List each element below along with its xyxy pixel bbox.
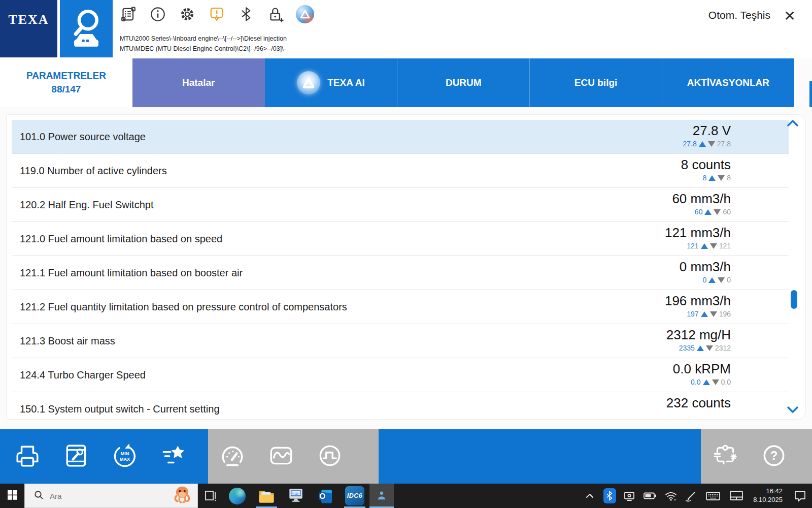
stat-max-value: 0 bbox=[702, 276, 706, 284]
tray-keyboard-icon[interactable] bbox=[701, 484, 725, 508]
svg-text:MIN: MIN bbox=[121, 451, 129, 456]
taskbar-file-explorer-icon[interactable] bbox=[252, 484, 281, 508]
parameter-rows: 101.0 Power source voltage 27.8 V 27.8 2… bbox=[12, 120, 789, 420]
tray-cast-display-icon[interactable] bbox=[619, 484, 639, 508]
gauge-icon bbox=[219, 442, 246, 471]
vehicle-search-button[interactable] bbox=[60, 0, 113, 57]
tray-bluetooth-icon[interactable] bbox=[600, 484, 619, 508]
search-highlight-octopus-image[interactable] bbox=[171, 484, 193, 507]
parameter-row[interactable]: 121.0 Fuel amount limitation based on sp… bbox=[12, 222, 789, 256]
texa-logo: TEXA bbox=[0, 0, 57, 57]
search-input[interactable] bbox=[50, 492, 146, 500]
start-button[interactable] bbox=[0, 484, 24, 508]
parameter-row[interactable]: 101.0 Power source voltage 27.8 V 27.8 2… bbox=[12, 120, 789, 154]
tab-hatalar[interactable]: Hatalar bbox=[132, 58, 265, 107]
parameter-row[interactable]: 121.3 Boost air mass 2312 mg/H 2335 2312 bbox=[12, 324, 789, 358]
parameter-row[interactable]: 150.1 System output switch - Current set… bbox=[12, 392, 789, 420]
tray-wifi-icon[interactable] bbox=[661, 484, 681, 508]
parameter-minmax: 60 60 bbox=[672, 208, 731, 216]
min-max-reset-button[interactable]: MIN MAX bbox=[100, 429, 149, 484]
taskbar-idc6-icon[interactable]: IDC6 bbox=[340, 484, 369, 508]
gauge-view-button[interactable] bbox=[208, 429, 257, 484]
taskbar-onscreen-keyboard-icon[interactable] bbox=[281, 484, 311, 508]
stat-max-value: 27.8 bbox=[683, 140, 697, 148]
parameter-value: 8 counts bbox=[681, 157, 731, 173]
warning-message-icon[interactable] bbox=[207, 4, 226, 24]
settings-gear-icon[interactable] bbox=[178, 4, 197, 24]
tab-parametreler[interactable]: PARAMETRELER 88/147 bbox=[0, 58, 132, 107]
stat-min-value: 27.8 bbox=[717, 140, 731, 148]
lock-add-icon[interactable] bbox=[266, 4, 285, 24]
tab-texa-ai-label: TEXA AI bbox=[327, 77, 365, 88]
report-icon[interactable] bbox=[119, 4, 138, 24]
down-arrow-icon bbox=[718, 175, 725, 181]
taskbar-search-box[interactable] bbox=[24, 484, 198, 508]
header-icon-row bbox=[119, 4, 315, 24]
parameter-list: 101.0 Power source voltage 27.8 V 27.8 2… bbox=[6, 114, 806, 420]
stat-max-value: 121 bbox=[687, 242, 698, 250]
tab-bar: PARAMETRELER 88/147 Hatalar TEXA AI DURU… bbox=[0, 58, 812, 107]
stat-min-value: 121 bbox=[719, 242, 731, 250]
taskbar-texa-active-app[interactable] bbox=[369, 484, 394, 508]
bottom-toolbar: MIN MAX bbox=[0, 429, 812, 484]
star-lines-icon bbox=[160, 442, 187, 471]
wiring-diagram-icon bbox=[712, 442, 739, 471]
edge-browser-icon bbox=[229, 488, 246, 504]
square-wave-button[interactable] bbox=[306, 429, 354, 484]
tray-action-center-icon[interactable] bbox=[788, 484, 812, 508]
app-header: TEXA bbox=[0, 0, 812, 58]
parameter-row[interactable]: 124.4 Turbo Charger Speed 0.0 kRPM 0.0 0… bbox=[12, 358, 789, 392]
stat-min-value: 0 bbox=[727, 276, 731, 284]
tab-texa-ai[interactable]: TEXA AI bbox=[265, 58, 397, 107]
parameter-row[interactable]: 120.2 Half Eng. Fuel Switchpt 60 mm3/h 6… bbox=[12, 188, 789, 222]
texa-ai-badge-icon[interactable] bbox=[295, 4, 315, 24]
scroll-up-icon[interactable] bbox=[786, 119, 799, 130]
window-title: Otom. Teşhis bbox=[708, 9, 770, 21]
tray-show-hidden-icons[interactable] bbox=[580, 484, 600, 508]
tray-battery-icon[interactable] bbox=[639, 484, 661, 508]
up-arrow-icon bbox=[699, 141, 706, 147]
tray-pen-icon[interactable] bbox=[681, 484, 701, 508]
close-icon[interactable]: ✕ bbox=[780, 6, 800, 26]
tab-ecu-bilgi[interactable]: ECU bilgi bbox=[529, 58, 662, 107]
parameter-row[interactable]: 121.2 Fuel quantity limitation based on … bbox=[12, 290, 789, 324]
up-arrow-icon bbox=[708, 277, 716, 283]
parameter-label: 121.3 Boost air mass bbox=[20, 335, 115, 347]
tab-parametreler-count: 88/147 bbox=[51, 83, 81, 97]
stat-min-value: 8 bbox=[727, 174, 731, 182]
breadcrumb-ecu: MTU\MDEC (MTU Diesel Engine Control)\C2\… bbox=[120, 44, 287, 54]
bluetooth-icon[interactable] bbox=[236, 4, 256, 24]
tab-durum[interactable]: DURUM bbox=[397, 58, 529, 107]
parameter-row[interactable]: 121.1 Fuel amount limitation based on bo… bbox=[12, 256, 789, 290]
help-button[interactable]: ? bbox=[750, 429, 798, 484]
task-view-button[interactable] bbox=[198, 484, 222, 508]
tab-aktivasyonlar[interactable]: AKTİVASYONLAR bbox=[662, 58, 794, 107]
tray-clock[interactable]: 16:42 8.10.2025 bbox=[748, 487, 788, 504]
document-wrench-icon bbox=[62, 442, 90, 471]
down-arrow-icon bbox=[712, 379, 719, 385]
wiring-diagram-button[interactable] bbox=[701, 429, 750, 484]
svg-text:MAX: MAX bbox=[120, 457, 130, 462]
parameter-row[interactable]: 119.0 Number of active cylinders 8 count… bbox=[12, 154, 789, 188]
favorites-button[interactable] bbox=[149, 429, 198, 484]
stat-max-value: 60 bbox=[695, 208, 703, 216]
taskbar-edge-icon[interactable] bbox=[222, 484, 252, 508]
texa-app-window: TEXA bbox=[0, 0, 812, 508]
report-settings-button[interactable] bbox=[52, 429, 100, 484]
toolbar-left-section: MIN MAX bbox=[0, 429, 208, 484]
tray-touchpad-icon[interactable] bbox=[725, 484, 748, 508]
tray-date: 8.10.2025 bbox=[753, 496, 783, 504]
up-arrow-icon bbox=[701, 243, 708, 249]
main-content: 101.0 Power source voltage 27.8 V 27.8 2… bbox=[0, 107, 812, 429]
graph-view-button[interactable] bbox=[257, 429, 306, 484]
taskbar-outlook-icon[interactable] bbox=[311, 484, 340, 508]
parameter-minmax: 2335 2312 bbox=[666, 344, 731, 352]
up-arrow-icon bbox=[704, 209, 712, 215]
parameter-label: 121.0 Fuel amount limitation based on sp… bbox=[20, 233, 222, 245]
info-icon[interactable] bbox=[148, 4, 167, 24]
scroll-down-icon[interactable] bbox=[786, 405, 799, 416]
print-button[interactable] bbox=[3, 429, 52, 484]
windows-logo-icon bbox=[8, 490, 17, 502]
stat-min-value: 0.0 bbox=[721, 378, 731, 386]
scrollbar-thumb[interactable] bbox=[791, 290, 797, 309]
